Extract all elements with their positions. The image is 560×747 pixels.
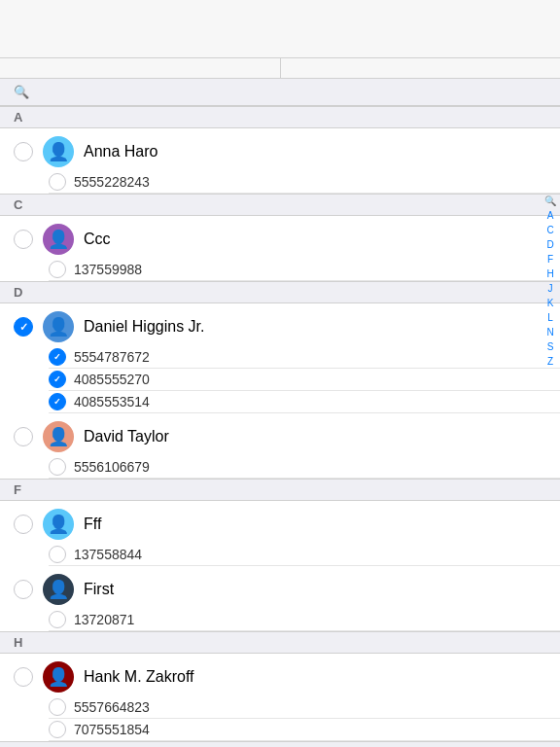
phone-number-label: 5554787672 [74, 349, 150, 365]
index-letter-N[interactable]: N [544, 326, 556, 338]
contact-group: 👤First13720871 [0, 566, 560, 630]
person-icon: 👤 [48, 141, 69, 162]
nav-bar [0, 21, 560, 58]
avatar: 👤 [43, 136, 74, 167]
phone-select-checkbox[interactable] [49, 393, 66, 410]
contact-group: 👤Hank M. Zakroff55576648237075551854 [0, 654, 560, 740]
contact-name-label: Anna Haro [84, 143, 546, 160]
section-header-A: A [0, 106, 560, 128]
phone-number-label: 5556106679 [74, 459, 150, 475]
contact-select-checkbox[interactable] [14, 580, 33, 599]
phone-select-checkbox[interactable] [49, 173, 66, 191]
index-letter-S[interactable]: S [544, 340, 556, 353]
contact-name-row[interactable]: 👤Daniel Higgins Jr. [0, 303, 560, 346]
phone-number-label: 13720871 [74, 612, 134, 627]
contact-name-row[interactable]: 👤Anna Haro [0, 128, 560, 171]
section-header-J: J [0, 741, 560, 747]
contact-name-label: Ccc [84, 231, 546, 248]
phone-number-label: 5557664823 [74, 699, 150, 715]
phone-select-checkbox[interactable] [49, 546, 66, 563]
person-icon: 👤 [48, 229, 69, 250]
contact-name-label: David Taylor [84, 428, 546, 445]
contact-name-label: Fff [84, 516, 546, 533]
contact-name-label: Hank M. Zakroff [84, 668, 546, 686]
index-letter-J[interactable]: J [544, 282, 556, 295]
contact-name-row[interactable]: 👤David Taylor [0, 413, 560, 456]
phone-row[interactable]: 5555228243 [0, 171, 560, 193]
avatar: 👤 [43, 421, 74, 452]
search-icon: 🔍 [14, 85, 29, 99]
index-letter-F[interactable]: F [544, 253, 556, 266]
contact-group: 👤Anna Haro5555228243 [0, 128, 560, 193]
contact-name-row[interactable]: 👤Ccc [0, 216, 560, 259]
contact-select-checkbox[interactable] [14, 667, 33, 687]
phone-row[interactable]: 7075551854 [0, 719, 560, 740]
phone-select-checkbox[interactable] [49, 698, 66, 716]
index-letter-🔍[interactable]: 🔍 [544, 195, 556, 207]
contact-select-checkbox[interactable] [14, 142, 33, 161]
contact-name-label: Daniel Higgins Jr. [84, 318, 546, 336]
index-letter-D[interactable]: D [544, 238, 556, 251]
section-header-C: C [0, 194, 560, 216]
contact-select-checkbox[interactable] [14, 515, 33, 534]
index-letter-A[interactable]: A [544, 209, 556, 222]
section-header-D: D [0, 281, 560, 303]
avatar: 👤 [43, 661, 74, 693]
person-icon: 👤 [48, 666, 69, 688]
contact-group: 👤Ccc137559988 [0, 216, 560, 280]
contact-name-row[interactable]: 👤Hank M. Zakroff [0, 654, 560, 696]
contact-name-row[interactable]: 👤First [0, 566, 560, 609]
phone-select-checkbox[interactable] [49, 611, 66, 628]
index-letter-Z[interactable]: Z [544, 355, 556, 368]
person-icon: 👤 [48, 579, 69, 600]
select-all-button[interactable] [0, 58, 281, 78]
phone-select-checkbox[interactable] [49, 458, 66, 476]
phone-row[interactable]: 5557664823 [0, 696, 560, 718]
phone-number-label: 7075551854 [74, 722, 150, 737]
contact-list: A👤Anna Haro5555228243C👤Ccc137559988D👤Dan… [0, 106, 560, 747]
phone-row[interactable]: 5554787672 [0, 346, 560, 368]
avatar: 👤 [43, 574, 74, 605]
search-bar: 🔍 [0, 79, 560, 106]
phone-row[interactable]: 4085555270 [0, 369, 560, 390]
phone-select-checkbox[interactable] [49, 348, 66, 366]
contact-name-label: First [84, 581, 546, 598]
phone-select-checkbox[interactable] [49, 261, 66, 278]
person-icon: 👤 [48, 426, 69, 447]
phone-row[interactable]: 5556106679 [0, 456, 560, 478]
phone-number-label: 137559988 [74, 262, 142, 277]
phone-row[interactable]: 137559988 [0, 259, 560, 280]
index-letter-H[interactable]: H [544, 267, 556, 280]
contact-name-row[interactable]: 👤Fff [0, 501, 560, 544]
section-header-H: H [0, 631, 560, 654]
contact-group: 👤Fff137558844 [0, 501, 560, 565]
person-icon: 👤 [48, 514, 69, 535]
person-icon: 👤 [48, 316, 69, 338]
status-bar [0, 0, 560, 21]
phone-number-label: 4085553514 [74, 394, 150, 409]
contact-select-checkbox[interactable] [14, 317, 33, 337]
contact-group: 👤David Taylor5556106679 [0, 413, 560, 478]
index-letter-K[interactable]: K [544, 297, 556, 309]
index-letter-C[interactable]: C [544, 224, 556, 236]
phone-number-label: 4085555270 [74, 372, 150, 387]
avatar: 👤 [43, 509, 74, 540]
phone-number-label: 5555228243 [74, 174, 150, 190]
index-letter-L[interactable]: L [544, 311, 556, 324]
avatar: 👤 [43, 311, 74, 342]
contact-select-checkbox[interactable] [14, 230, 33, 249]
section-header-F: F [0, 479, 560, 501]
phone-number-label: 137558844 [74, 547, 142, 562]
phone-row[interactable]: 13720871 [0, 609, 560, 630]
invert-select-button[interactable] [281, 58, 561, 78]
contact-group: 👤Daniel Higgins Jr.555478767240855552704… [0, 303, 560, 412]
index-sidebar: 🔍ACDFHJKLNSZ [544, 195, 556, 368]
toolbar [0, 58, 560, 79]
phone-row[interactable]: 4085553514 [0, 391, 560, 412]
phone-select-checkbox[interactable] [49, 721, 66, 738]
avatar: 👤 [43, 224, 74, 255]
phone-row[interactable]: 137558844 [0, 544, 560, 565]
contact-select-checkbox[interactable] [14, 427, 33, 446]
phone-select-checkbox[interactable] [49, 371, 66, 388]
